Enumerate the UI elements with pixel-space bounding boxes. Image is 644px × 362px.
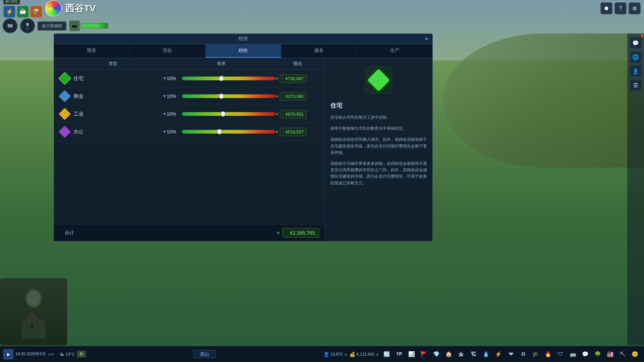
commercial-plus: + <box>276 94 278 99</box>
city-name-badge: 西山 <box>193 350 216 358</box>
record-button[interactable]: ⏺ <box>600 2 612 14</box>
modal-close-button[interactable]: × <box>425 36 428 43</box>
btm-icon-industry[interactable]: 🏭 <box>604 349 616 360</box>
btm-icon-water[interactable]: 💧 <box>480 349 492 360</box>
row-type-commercial: 商业 ▼ <box>59 91 167 102</box>
office-plus: + <box>276 129 278 134</box>
row-type-office: 办公 ▼ <box>59 126 167 137</box>
btm-icon-shovel[interactable]: ⛏ <box>617 349 628 360</box>
header-type: 类型 <box>59 61 167 67</box>
sidebar-right: 💬 🌐 👤 ☰ <box>627 34 644 345</box>
btm-icon-fire[interactable]: 🔥 <box>542 349 554 360</box>
office-expand[interactable]: ▼ <box>163 129 167 134</box>
sidebar-person-icon: 👤 <box>632 68 639 74</box>
office-name: 办公 <box>73 129 84 135</box>
bottom-bar: ▶ 14:20 2026年5月 >>> 🌤 13°C 秋 西山 👤 19,872… <box>0 346 644 362</box>
population-icon: 👤 <box>323 352 329 357</box>
play-button[interactable]: ▶ <box>3 349 13 359</box>
tab-loans[interactable]: 贷款 <box>130 44 206 58</box>
modal-title-bar: 经济 × <box>54 34 432 44</box>
toolbar-btn-1[interactable]: ⚡ <box>3 6 15 18</box>
btm-icon-chart[interactable]: 📊 <box>406 349 417 360</box>
btm-icon-recycle[interactable]: ♻ <box>518 349 529 360</box>
commercial-expand[interactable]: ▼ <box>163 94 167 99</box>
webcam-overlay <box>0 278 67 345</box>
office-slider-thumb[interactable] <box>217 129 222 134</box>
office-estimate: ¢518,537 <box>280 128 307 136</box>
btm-icon-diamond[interactable]: 💎 <box>431 349 442 360</box>
btm-icon-police[interactable]: 🛡 <box>555 349 566 360</box>
toolbar-btn-3[interactable]: 📦 <box>30 6 42 18</box>
tax-row-commercial[interactable]: 商业 ▼ 10% + ¢273,390 <box>54 87 325 105</box>
btm-icon-road[interactable]: 🛣 <box>455 349 467 360</box>
terrain <box>443 34 644 168</box>
commercial-icon <box>59 91 70 102</box>
help-button[interactable]: ? <box>614 2 627 14</box>
tab-budget[interactable]: 预算 <box>54 44 130 58</box>
info-icon-container <box>330 63 427 97</box>
pop-badge-2: 9 31 <box>20 18 35 33</box>
tax-row-office[interactable]: 办公 ▼ 10% + ¢518,537 <box>54 123 325 141</box>
industrial-plus: + <box>276 111 278 117</box>
sidebar-list-btn[interactable]: ☰ <box>630 79 642 91</box>
toolbar-btn-2[interactable]: 🏔 <box>17 6 29 18</box>
info-text-4: 高税收可为城市带来更多的钱，但同时也会将那些不愿意支付高昂税费的市民拒之门外。此… <box>330 161 427 186</box>
badge2-label: 31 <box>26 27 29 30</box>
chat-icon: 💬 <box>632 40 639 46</box>
btm-icon-health[interactable]: ❤ <box>505 349 517 360</box>
residential-name: 住宅 <box>73 75 84 82</box>
population-value: 19,872 <box>330 352 343 357</box>
btm-icon-park[interactable]: 🌳 <box>592 349 603 360</box>
channel-logo: 西谷TV <box>45 0 96 17</box>
tax-row-industrial[interactable]: 工业 ▼ 10% + ¢870,951 <box>54 105 325 123</box>
tax-row-residential[interactable]: 住宅 ▼ 10% + ¢732,887 <box>54 70 325 87</box>
tab-production[interactable]: 生产 <box>357 44 432 58</box>
sidebar-person-btn[interactable]: 👤 <box>630 65 642 77</box>
pop-badge-1: 58 <box>3 18 17 33</box>
bottom-toolbar-icons: 🔄 🗺 📊 🚩 💎 🏠 🛣 🏗 💧 ⚡ ❤ ♻ 🎓 🔥 🛡 🚌 💬 🌳 🏭 ⛏ … <box>381 349 641 360</box>
industrial-estimate: ¢870,951 <box>280 110 307 118</box>
fps-display: 85 FPS <box>3 0 20 4</box>
sidebar-globe-btn[interactable]: 🌐 <box>630 51 642 63</box>
commercial-estimate: ¢273,390 <box>280 92 307 101</box>
city-info-bar: 58 9 31 超大型城镇 🏘 <box>3 18 108 33</box>
btm-icon-build[interactable]: 🏗 <box>468 349 479 360</box>
btm-icon-bus[interactable]: 🚌 <box>567 349 579 360</box>
notification-dot <box>641 34 643 37</box>
badge2-number: 9 <box>26 22 29 27</box>
btm-icon-flag[interactable]: 🚩 <box>418 349 430 360</box>
commercial-slider-thumb[interactable] <box>219 94 224 99</box>
info-residential-icon-large <box>367 69 390 92</box>
sidebar-chat-btn[interactable]: 💬 <box>630 37 642 49</box>
industrial-expand[interactable]: ▼ <box>163 112 167 116</box>
info-text-1: 住宅税从市民的每月工资中扣除。 <box>330 114 427 121</box>
commercial-slider-track[interactable] <box>182 94 276 98</box>
speed-button[interactable]: >>> <box>48 352 54 356</box>
btm-icon-power[interactable]: ⚡ <box>493 349 504 360</box>
residential-slider-track[interactable] <box>182 76 276 80</box>
office-rate-value: 10% <box>167 129 178 134</box>
settings-button[interactable]: ⚙ <box>629 2 641 14</box>
row-rate-industrial: 10% <box>167 111 276 117</box>
tab-tax[interactable]: 税收 <box>206 44 281 58</box>
row-estimate-industrial: + ¢870,951 <box>276 110 319 118</box>
btm-icon-chat[interactable]: 💬 <box>580 349 591 360</box>
industrial-slider-thumb[interactable] <box>220 111 226 117</box>
tab-services[interactable]: 服务 <box>281 44 357 58</box>
btm-icon-edu[interactable]: 🎓 <box>530 349 541 360</box>
toolbar-icons: ⚡ 🏔 📦 <box>3 6 42 18</box>
header-estimate: 预估 <box>276 61 319 67</box>
residential-slider-thumb[interactable] <box>219 76 224 81</box>
btm-icon-map[interactable]: 🗺 <box>393 349 405 360</box>
residential-rate-value: 10% <box>167 76 178 81</box>
industrial-slider-track[interactable] <box>182 112 276 116</box>
btm-icon-smiley[interactable]: 😊 <box>629 349 641 360</box>
city-name-center: 西山 <box>88 351 321 357</box>
residential-icon <box>59 73 70 84</box>
btm-icon-refresh[interactable]: 🔄 <box>381 349 392 360</box>
row-rate-residential: 10% <box>167 76 276 81</box>
residential-expand[interactable]: ▼ <box>163 76 167 81</box>
topbar-right: ⏺ ? ⚙ <box>600 2 641 14</box>
btm-icon-zoning[interactable]: 🏠 <box>443 349 454 360</box>
office-slider-track[interactable] <box>182 130 276 134</box>
